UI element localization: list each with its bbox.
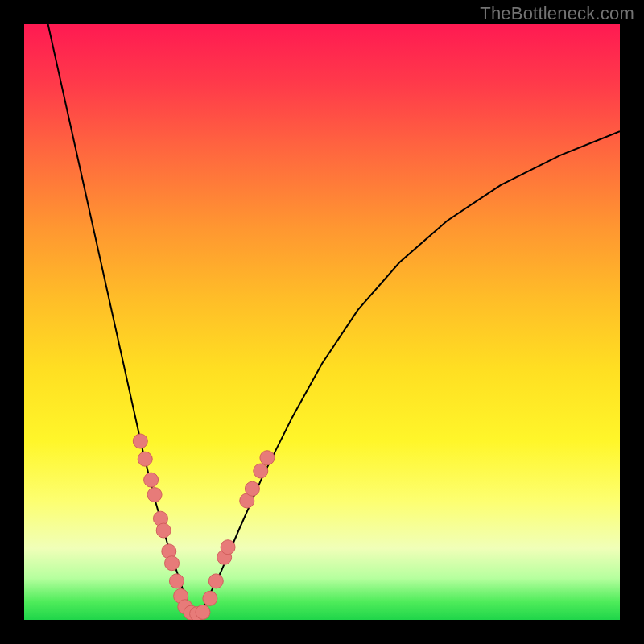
data-point — [144, 473, 159, 487]
data-point — [221, 540, 235, 555]
data-point — [245, 481, 259, 496]
data-point — [133, 434, 147, 448]
data-point — [169, 574, 184, 588]
curve — [48, 24, 620, 614]
data-point — [208, 574, 223, 588]
chart-svg — [24, 24, 620, 620]
data-point — [260, 451, 275, 465]
data-point — [138, 452, 152, 466]
data-point — [196, 605, 210, 619]
data-point — [165, 556, 180, 571]
chart-frame: TheBottleneck.com — [0, 0, 644, 644]
data-point — [156, 523, 171, 538]
bottleneck-curve — [48, 24, 620, 614]
data-point — [203, 591, 217, 605]
markers — [133, 434, 275, 620]
plot-area — [24, 24, 620, 620]
data-point — [254, 464, 268, 478]
data-point — [147, 488, 162, 502]
watermark-text: TheBottleneck.com — [480, 3, 634, 24]
